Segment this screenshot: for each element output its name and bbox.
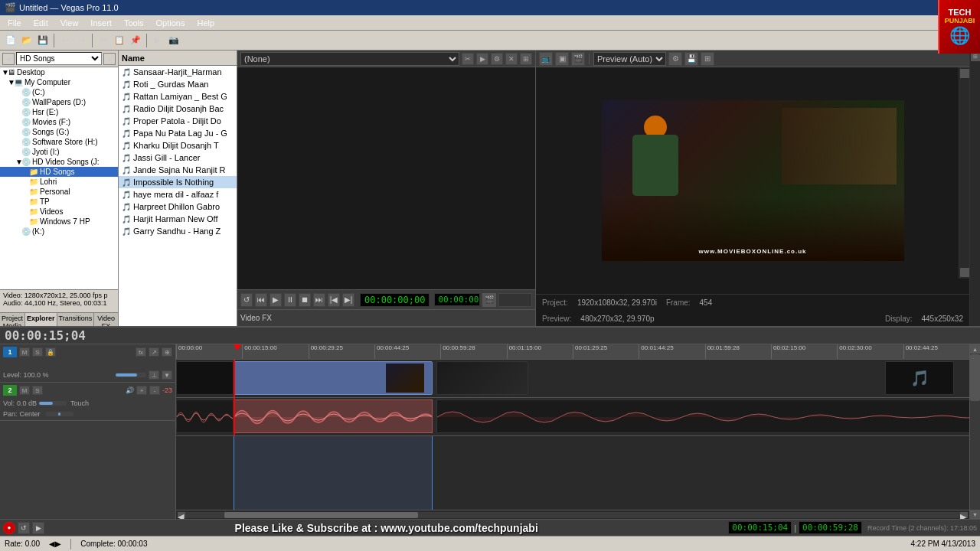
stop-btn[interactable]: ⏹ <box>299 293 311 307</box>
file-item[interactable]: 🎵Rattan Lamiyan _ Best G <box>119 90 237 103</box>
tree-j[interactable]: ▼💿HD Video Songs (J: <box>0 157 118 167</box>
expand-btn[interactable]: ▼ <box>162 370 172 380</box>
prev-marker-btn[interactable]: |◀ <box>328 293 340 307</box>
preview-icon6[interactable]: ⊞ <box>701 52 714 66</box>
render-btn[interactable]: ▶ <box>150 33 165 48</box>
menu-item-file[interactable]: File <box>2 17 28 29</box>
audio-clip-selected[interactable] <box>234 399 433 433</box>
tree-win7[interactable]: 📁Windows 7 HP <box>0 217 118 227</box>
prev-frame-btn[interactable]: ⏮ <box>255 293 267 307</box>
tree-d[interactable]: 💿WallPapers (D:) <box>0 97 118 107</box>
tree-lohri[interactable]: 📁Lohri <box>0 177 118 187</box>
tab-transitions[interactable]: Transitions <box>57 313 94 326</box>
tree-g[interactable]: 💿Songs (G:) <box>0 127 118 137</box>
preview-icon3[interactable]: 🎬 <box>571 52 585 66</box>
file-item[interactable]: 🎵Jassi Gill - Lancer <box>119 152 237 164</box>
audio-clip-right[interactable] <box>436 399 969 433</box>
tab-project-media[interactable]: Project Media <box>0 313 25 326</box>
file-item[interactable]: 🎵Jande Sajna Nu Ranjit R <box>119 164 237 176</box>
black-clip[interactable] <box>176 361 234 395</box>
mute-btn[interactable]: M <box>19 347 30 357</box>
file-item[interactable]: 🎵Radio Diljit Dosanjh Bac <box>119 103 237 115</box>
preview-icon1[interactable]: 📺 <box>539 52 553 66</box>
tree-videos[interactable]: 📁Videos <box>0 207 118 217</box>
tab-videofx[interactable]: Video FX <box>93 313 118 326</box>
file-item[interactable]: 🎵Impossible Is Nothing <box>119 176 237 188</box>
save-btn[interactable]: 💾 <box>35 33 51 48</box>
playback-speed[interactable]: ◀▶ <box>49 540 61 548</box>
redo-btn[interactable]: ↪ <box>74 33 89 48</box>
main-video-clip[interactable]: Loop Region: 00:00:15;04 to 00:01:15;02 <box>234 361 433 395</box>
cut-btn[interactable]: ✂ <box>96 33 111 48</box>
tree-i[interactable]: 💿Jyoti (I:) <box>0 147 118 157</box>
file-item[interactable]: 🎵Roti _ Gurdas Maan <box>119 78 237 90</box>
tree-tp[interactable]: 📁TP <box>0 197 118 207</box>
src-icon1[interactable]: ✂ <box>462 53 474 65</box>
menu-item-view[interactable]: View <box>54 17 85 29</box>
tree-hdsongs[interactable]: 📁HD Songs <box>0 167 118 177</box>
right-scrollbar[interactable] <box>959 67 969 279</box>
preview-icon4[interactable]: ⚙ <box>668 52 682 66</box>
menu-item-insert[interactable]: Insert <box>84 17 118 29</box>
bt-loop-btn[interactable]: ↺ <box>18 522 30 534</box>
file-item[interactable]: 🎵Papa Nu Pata Lag Ju - G <box>119 127 237 139</box>
file-item[interactable]: 🎵Harpreet Dhillon Gabro <box>119 201 237 213</box>
menu-item-tools[interactable]: Tools <box>118 17 150 29</box>
preview-icon2[interactable]: ▣ <box>555 52 569 66</box>
vol-up-btn[interactable]: + <box>136 386 147 395</box>
solo-btn[interactable]: S <box>32 347 43 357</box>
lock-btn[interactable]: 🔒 <box>45 347 56 357</box>
file-item[interactable]: 🎵Garry Sandhu - Hang Z <box>119 225 237 237</box>
preview-icon5[interactable]: 💾 <box>684 52 698 66</box>
audio-mute-btn[interactable]: M <box>19 386 30 395</box>
vfx-btn[interactable]: fx <box>136 347 146 357</box>
file-item[interactable]: 🎵Sansaar-Harjit_Harman <box>119 66 237 78</box>
tree-h[interactable]: 💿Software Store (H:) <box>0 137 118 147</box>
pan-fader[interactable] <box>46 412 74 416</box>
file-item[interactable]: 🎵Kharku Diljit Dosanjh T <box>119 139 237 152</box>
right-video-clip[interactable] <box>436 361 528 395</box>
tab-explorer[interactable]: Explorer <box>25 313 57 326</box>
composite-btn[interactable]: ⊕ <box>162 347 172 357</box>
tree-personal[interactable]: 📁Personal <box>0 187 118 197</box>
src-icon4[interactable]: ✕ <box>505 53 518 65</box>
file-item[interactable]: 🎵haye mera dil - alfaaz f <box>119 188 237 201</box>
next-frame-btn[interactable]: ⏭ <box>313 293 325 307</box>
level-slider[interactable] <box>116 373 146 377</box>
timeline-vscrollbar[interactable]: ▲ ▼ <box>969 344 980 519</box>
menu-item-options[interactable]: Options <box>150 17 191 29</box>
audio-solo-btn[interactable]: S <box>32 386 43 395</box>
h-scrollbar[interactable]: ◀ ▶ <box>176 510 969 519</box>
source-dropdown[interactable]: (None) <box>240 52 459 66</box>
src-icon3[interactable]: ⚙ <box>491 53 503 65</box>
capture-btn[interactable]: 📷 <box>166 33 181 48</box>
src-icon5[interactable]: ⊞ <box>520 53 532 65</box>
file-item[interactable]: 🎵Harjit Harman New Off <box>119 213 237 225</box>
tree-k[interactable]: 💿(K:) <box>0 227 118 236</box>
snap-btn[interactable]: ⊥ <box>149 370 159 380</box>
file-item[interactable]: 🎵Proper Patola - Diljit Do <box>119 115 237 127</box>
tree-e[interactable]: 💿Hsr (E:) <box>0 107 118 117</box>
tree-desktop[interactable]: ▼🖥Desktop <box>0 67 118 77</box>
copy-btn[interactable]: 📋 <box>112 33 127 48</box>
nav-back-btn[interactable]: ◀ <box>2 53 15 65</box>
pause-btn[interactable]: ⏸ <box>284 293 296 307</box>
motion-btn[interactable]: ↗ <box>149 347 159 357</box>
tree-f[interactable]: 💿Movies (F:) <box>0 117 118 127</box>
record-btn[interactable]: ● <box>3 522 15 534</box>
play-btn[interactable]: ▶ <box>270 293 282 307</box>
undo-btn[interactable]: ↩ <box>57 33 73 48</box>
preview-quality-dropdown[interactable]: Preview (Auto) Best (Full) Good Draft <box>593 52 666 66</box>
new-btn[interactable]: 📄 <box>3 33 18 48</box>
vol-down-btn[interactable]: - <box>149 386 160 395</box>
paste-btn[interactable]: 📌 <box>128 33 143 48</box>
tree-mycomputer[interactable]: ▼💻My Computer <box>0 77 118 87</box>
menu-item-edit[interactable]: Edit <box>28 17 54 29</box>
itunes-clip[interactable]: 🎵 <box>885 361 954 395</box>
open-btn[interactable]: 📂 <box>19 33 34 48</box>
vol-fader[interactable] <box>39 401 67 406</box>
tree-c[interactable]: 💿(C:) <box>0 87 118 97</box>
folder-dropdown[interactable]: HD Songs <box>16 52 102 65</box>
menu-item-help[interactable]: Help <box>191 17 220 29</box>
loop-btn[interactable]: ↺ <box>240 293 253 307</box>
